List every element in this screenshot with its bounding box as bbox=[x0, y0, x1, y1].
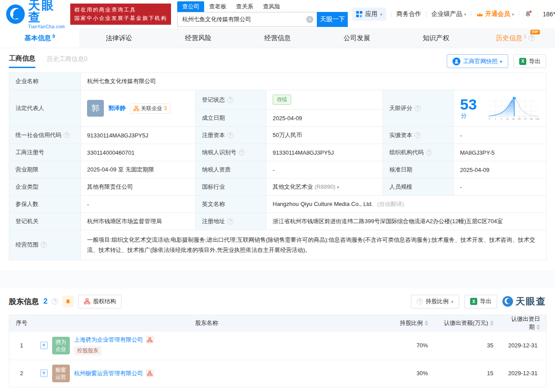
field-value-company-name: 杭州七鱼文化传媒有限公司 bbox=[81, 73, 547, 90]
divider bbox=[426, 11, 426, 17]
chevron-down-icon: ▾ bbox=[512, 12, 514, 17]
col-amount-sort[interactable]: 认缴出资额(万元) bbox=[434, 315, 500, 331]
score-value: 53 bbox=[460, 96, 477, 113]
excel-icon: X bbox=[470, 298, 477, 305]
divider bbox=[391, 11, 392, 17]
shareholders-count: 2 bbox=[43, 297, 47, 306]
help-icon[interactable]: ? bbox=[41, 242, 47, 248]
col-ratio-sort[interactable]: 持股比例 bbox=[380, 315, 434, 331]
amount-cell: 35 bbox=[434, 331, 500, 360]
tab-company-development[interactable]: 公司发展 bbox=[317, 28, 396, 48]
equity-structure-icon-button[interactable] bbox=[146, 336, 154, 343]
equity-structure-button[interactable]: 股权结构 bbox=[78, 295, 122, 308]
account-phone: 186*... bbox=[543, 11, 555, 18]
nav-enterprise[interactable]: 企业级产品 ▾ bbox=[431, 10, 466, 18]
tianyancha-logo[interactable]: 天眼查 TianYanCha.com bbox=[6, 0, 66, 29]
field-label-staff: 人员规模 bbox=[383, 179, 454, 196]
field-label-scope: 经营范围? bbox=[9, 230, 81, 260]
excel-icon: X bbox=[519, 58, 526, 65]
help-icon[interactable]: ? bbox=[227, 218, 233, 225]
top-nav: 应用 ▾ 商务合作 企业级产品 ▾ 开通会员 ▾ 186*... ▾ bbox=[352, 8, 555, 21]
avatar-text: 运营 bbox=[56, 373, 66, 381]
business-info-section: 企业名称 杭州七鱼文化传媒有限公司 法定代表人 郭 郭泽静 关联企业 3 登记状… bbox=[0, 72, 555, 260]
shareholder-link[interactable]: 上海骋为企业管理有限公司 bbox=[74, 336, 143, 344]
help-icon[interactable]: ? bbox=[528, 35, 535, 41]
promo-banner-line2: 国家中小企业发展子基金旗下机构 bbox=[74, 14, 167, 23]
help-icon[interactable]: ? bbox=[426, 149, 432, 156]
search-button[interactable]: 天眼一下 bbox=[317, 12, 348, 27]
field-value-scope: 一般项目:组织文化艺术交流活动;电影摄制服务;进出口代理;互联网销售(除销售需要… bbox=[81, 230, 547, 260]
expand-button[interactable]: + bbox=[40, 369, 48, 377]
field-value-legal-rep: 郭 郭泽静 关联企业 3 bbox=[81, 90, 196, 127]
help-icon[interactable]: ? bbox=[52, 298, 58, 304]
nav-cooperation[interactable]: 商务合作 bbox=[396, 10, 421, 18]
account-menu[interactable]: 186*... ▾ bbox=[543, 11, 555, 18]
equity-structure-icon-button[interactable] bbox=[146, 369, 154, 377]
svg-text:1: 1 bbox=[495, 118, 496, 120]
search-tabs: 查公司 查老板 查关系 查风险 bbox=[177, 1, 348, 12]
field-label-taxpayer-quality: 纳税人资质 bbox=[196, 161, 266, 179]
shareholder-avatar[interactable]: 橱窗 运营 bbox=[52, 365, 70, 382]
help-icon[interactable]: ? bbox=[414, 105, 421, 111]
tab-legal[interactable]: 法律诉讼 bbox=[79, 28, 158, 48]
nav-vip[interactable]: 开通会员 ▾ bbox=[476, 10, 514, 18]
subtab-history-business-info[interactable]: 历史工商信息0 bbox=[47, 55, 87, 67]
shareholder-avatar[interactable]: 骋为 企业 bbox=[52, 337, 70, 354]
label-text: 实缴资本 bbox=[389, 131, 412, 139]
help-icon[interactable]: ? bbox=[227, 97, 233, 103]
chevron-down-icon: ▾ bbox=[451, 299, 453, 304]
tab-basic-info[interactable]: 基本信息 9 bbox=[0, 28, 79, 48]
score-distribution-chart: 0 1 3 15 50 85 97 99 100 bbox=[487, 95, 540, 122]
search-tab-company[interactable]: 查公司 bbox=[177, 1, 204, 12]
field-label-taxpayer-id: 纳税人识别号? bbox=[196, 144, 266, 161]
notifications-bell[interactable] bbox=[524, 10, 532, 18]
legal-rep-link[interactable]: 郭泽静 bbox=[108, 104, 125, 112]
help-icon[interactable]: ? bbox=[414, 132, 421, 138]
search-tab-relation[interactable]: 查关系 bbox=[231, 1, 258, 12]
tab-operating-risk[interactable]: 经营风险 bbox=[159, 28, 238, 48]
search-input[interactable] bbox=[177, 12, 317, 27]
shareholder-row: 1 + 骋为 企业 上海骋为企业管理有限公司 bbox=[9, 331, 547, 360]
search-tab-risk[interactable]: 查风险 bbox=[258, 1, 285, 12]
export-label: 导出 bbox=[529, 57, 540, 65]
search-tab-boss[interactable]: 查老板 bbox=[204, 1, 231, 12]
related-companies-chip[interactable]: 关联企业 3 bbox=[130, 103, 171, 114]
sort-icon bbox=[425, 320, 428, 326]
tab-operating-info[interactable]: 经营信息 bbox=[238, 28, 317, 48]
legal-rep-avatar[interactable]: 郭 bbox=[87, 100, 104, 117]
tab-label: 经营信息 bbox=[264, 34, 291, 42]
field-value-org-code: MA8GJ3PY-5 bbox=[454, 144, 547, 161]
avatar-text: 橱窗 bbox=[56, 366, 66, 373]
tab-history-info[interactable]: VIP 历史信息 1 ? bbox=[476, 28, 555, 48]
chevron-down-icon[interactable]: ▾ bbox=[337, 185, 339, 190]
field-label-approval-date: 核准日期 bbox=[383, 161, 454, 179]
col-date-sort[interactable]: 认缴出资日期 bbox=[500, 315, 547, 331]
tab-intellectual-property[interactable]: 知识产权 bbox=[396, 28, 475, 48]
col-name: 股东名称 bbox=[34, 315, 380, 331]
apps-label: 应用 bbox=[365, 10, 377, 18]
label-text: 注册资本 bbox=[202, 131, 225, 139]
help-icon[interactable]: ? bbox=[227, 132, 233, 138]
snapshot-label: 工商官网快照 bbox=[463, 57, 498, 65]
field-value-company-type: 其他有限责任公司 bbox=[81, 179, 196, 196]
subtab-business-info[interactable]: 工商信息 bbox=[9, 54, 35, 68]
tab-label: 经营风险 bbox=[185, 34, 212, 42]
export-button[interactable]: X 导出 bbox=[513, 54, 546, 68]
logo-swirl-icon bbox=[502, 296, 513, 307]
ratio-filter-dropdown[interactable]: ? 持股比例 ▾ bbox=[411, 295, 459, 308]
related-companies-count: 3 bbox=[164, 105, 167, 111]
expand-button[interactable]: + bbox=[40, 342, 48, 349]
help-icon[interactable]: ? bbox=[64, 132, 70, 138]
monitor-bell-button[interactable] bbox=[62, 296, 74, 307]
arrow-right-icon: ▸ bbox=[500, 59, 502, 64]
shareholder-link[interactable]: 杭州橱窗运营管理有限公司 bbox=[74, 369, 143, 377]
field-value-approval-date: 2025-04-09 bbox=[454, 161, 547, 179]
export-shareholders-button[interactable]: X 导出 bbox=[464, 295, 497, 308]
shareholder-cell: + 橱窗 运营 杭州橱窗运营管理有限公司 bbox=[34, 360, 380, 387]
field-value-reg-capital: 50万人民币 bbox=[266, 127, 383, 144]
apps-menu[interactable]: 应用 ▾ bbox=[352, 8, 386, 21]
vip-badge: VIP bbox=[530, 30, 540, 34]
official-snapshot-button[interactable]: 工商官网快照 ▸ bbox=[447, 54, 508, 68]
help-icon[interactable]: ? bbox=[239, 149, 245, 156]
shareholders-header: 股东信息 2 ? 股权结构 ? 持股比例 ▾ X 导出 天眼查 bbox=[9, 295, 546, 308]
